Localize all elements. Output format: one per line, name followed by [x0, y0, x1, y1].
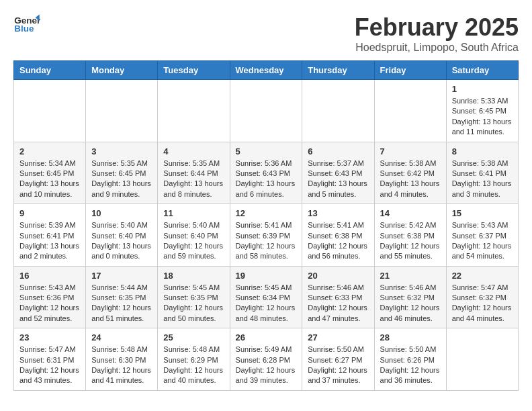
week-row-2: 2Sunrise: 5:34 AM Sunset: 6:45 PM Daylig…	[14, 142, 519, 204]
calendar-cell	[14, 80, 86, 142]
day-info: Sunrise: 5:46 AM Sunset: 6:32 PM Dayligh…	[380, 283, 441, 324]
calendar-cell: 20Sunrise: 5:46 AM Sunset: 6:33 PM Dayli…	[302, 266, 374, 328]
calendar-cell: 5Sunrise: 5:36 AM Sunset: 6:43 PM Daylig…	[230, 142, 302, 204]
day-number: 11	[163, 208, 224, 218]
day-number: 15	[452, 208, 513, 218]
calendar-cell: 23Sunrise: 5:47 AM Sunset: 6:31 PM Dayli…	[14, 328, 86, 391]
logo: General Blue	[13, 13, 40, 34]
day-number: 20	[308, 271, 368, 281]
calendar-cell: 11Sunrise: 5:40 AM Sunset: 6:40 PM Dayli…	[158, 204, 230, 267]
week-row-5: 23Sunrise: 5:47 AM Sunset: 6:31 PM Dayli…	[14, 328, 519, 391]
day-number: 23	[19, 332, 80, 342]
calendar-cell: 28Sunrise: 5:50 AM Sunset: 6:26 PM Dayli…	[374, 328, 446, 391]
day-info: Sunrise: 5:35 AM Sunset: 6:45 PM Dayligh…	[91, 158, 152, 200]
month-title: February 2025	[355, 13, 519, 42]
day-number: 7	[380, 146, 441, 156]
day-number: 26	[236, 332, 297, 342]
calendar-cell: 18Sunrise: 5:45 AM Sunset: 6:35 PM Dayli…	[158, 266, 230, 328]
calendar-cell	[374, 80, 446, 142]
weekday-header-wednesday: Wednesday	[230, 61, 302, 80]
day-number: 27	[308, 332, 368, 342]
day-number: 21	[380, 271, 441, 281]
day-number: 6	[308, 146, 368, 156]
calendar-cell: 21Sunrise: 5:46 AM Sunset: 6:32 PM Dayli…	[374, 266, 446, 328]
day-number: 3	[91, 146, 152, 156]
day-number: 19	[236, 271, 297, 281]
day-info: Sunrise: 5:39 AM Sunset: 6:41 PM Dayligh…	[19, 220, 80, 262]
day-number: 10	[91, 208, 152, 218]
day-number: 18	[163, 271, 224, 281]
calendar-cell	[302, 80, 374, 142]
day-number: 24	[91, 332, 152, 342]
calendar-cell: 3Sunrise: 5:35 AM Sunset: 6:45 PM Daylig…	[86, 142, 158, 204]
day-info: Sunrise: 5:36 AM Sunset: 6:43 PM Dayligh…	[236, 158, 297, 200]
calendar-cell: 16Sunrise: 5:43 AM Sunset: 6:36 PM Dayli…	[14, 266, 86, 328]
day-info: Sunrise: 5:40 AM Sunset: 6:40 PM Dayligh…	[163, 220, 224, 262]
calendar-cell: 15Sunrise: 5:43 AM Sunset: 6:37 PM Dayli…	[446, 204, 518, 267]
svg-text:Blue: Blue	[14, 24, 34, 34]
calendar-cell: 19Sunrise: 5:45 AM Sunset: 6:34 PM Dayli…	[230, 266, 302, 328]
day-number: 22	[452, 271, 513, 281]
day-info: Sunrise: 5:47 AM Sunset: 6:32 PM Dayligh…	[452, 283, 513, 324]
weekday-header-friday: Friday	[374, 61, 446, 80]
calendar-cell: 1Sunrise: 5:33 AM Sunset: 6:45 PM Daylig…	[446, 80, 518, 142]
location-title: Hoedspruit, Limpopo, South Africa	[355, 42, 519, 54]
weekday-header-saturday: Saturday	[446, 61, 518, 80]
calendar-cell: 10Sunrise: 5:40 AM Sunset: 6:40 PM Dayli…	[86, 204, 158, 267]
calendar-cell: 9Sunrise: 5:39 AM Sunset: 6:41 PM Daylig…	[14, 204, 86, 267]
day-number: 14	[380, 208, 441, 218]
week-row-3: 9Sunrise: 5:39 AM Sunset: 6:41 PM Daylig…	[14, 204, 519, 267]
day-info: Sunrise: 5:43 AM Sunset: 6:37 PM Dayligh…	[452, 220, 513, 262]
calendar-cell: 22Sunrise: 5:47 AM Sunset: 6:32 PM Dayli…	[446, 266, 518, 328]
calendar-cell: 17Sunrise: 5:44 AM Sunset: 6:35 PM Dayli…	[86, 266, 158, 328]
day-number: 1	[452, 84, 513, 94]
day-info: Sunrise: 5:47 AM Sunset: 6:31 PM Dayligh…	[19, 345, 80, 386]
day-number: 28	[380, 332, 441, 342]
day-info: Sunrise: 5:33 AM Sunset: 6:45 PM Dayligh…	[452, 96, 513, 138]
day-number: 5	[236, 146, 297, 156]
day-number: 13	[308, 208, 368, 218]
day-info: Sunrise: 5:41 AM Sunset: 6:39 PM Dayligh…	[236, 220, 297, 262]
calendar-table: SundayMondayTuesdayWednesdayThursdayFrid…	[13, 60, 519, 391]
calendar-cell: 25Sunrise: 5:48 AM Sunset: 6:29 PM Dayli…	[158, 328, 230, 391]
weekday-header-sunday: Sunday	[14, 61, 86, 80]
day-info: Sunrise: 5:38 AM Sunset: 6:41 PM Dayligh…	[452, 158, 513, 200]
day-number: 16	[19, 271, 80, 281]
day-info: Sunrise: 5:34 AM Sunset: 6:45 PM Dayligh…	[19, 158, 80, 200]
day-info: Sunrise: 5:46 AM Sunset: 6:33 PM Dayligh…	[308, 283, 368, 324]
day-info: Sunrise: 5:48 AM Sunset: 6:30 PM Dayligh…	[91, 345, 152, 386]
week-row-1: 1Sunrise: 5:33 AM Sunset: 6:45 PM Daylig…	[14, 80, 519, 142]
calendar-cell: 14Sunrise: 5:42 AM Sunset: 6:38 PM Dayli…	[374, 204, 446, 267]
day-info: Sunrise: 5:45 AM Sunset: 6:35 PM Dayligh…	[163, 283, 224, 324]
calendar-cell: 24Sunrise: 5:48 AM Sunset: 6:30 PM Dayli…	[86, 328, 158, 391]
day-info: Sunrise: 5:40 AM Sunset: 6:40 PM Dayligh…	[91, 220, 152, 262]
day-info: Sunrise: 5:44 AM Sunset: 6:35 PM Dayligh…	[91, 283, 152, 324]
day-number: 4	[163, 146, 224, 156]
calendar-cell: 12Sunrise: 5:41 AM Sunset: 6:39 PM Dayli…	[230, 204, 302, 267]
calendar-cell: 26Sunrise: 5:49 AM Sunset: 6:28 PM Dayli…	[230, 328, 302, 391]
calendar-cell	[86, 80, 158, 142]
day-number: 17	[91, 271, 152, 281]
day-number: 9	[19, 208, 80, 218]
logo-icon: General Blue	[13, 13, 40, 34]
weekday-header-row: SundayMondayTuesdayWednesdayThursdayFrid…	[14, 61, 519, 80]
calendar-cell	[158, 80, 230, 142]
calendar-cell: 8Sunrise: 5:38 AM Sunset: 6:41 PM Daylig…	[446, 142, 518, 204]
day-info: Sunrise: 5:50 AM Sunset: 6:26 PM Dayligh…	[380, 345, 441, 386]
day-info: Sunrise: 5:48 AM Sunset: 6:29 PM Dayligh…	[163, 345, 224, 386]
day-info: Sunrise: 5:42 AM Sunset: 6:38 PM Dayligh…	[380, 220, 441, 262]
day-info: Sunrise: 5:50 AM Sunset: 6:27 PM Dayligh…	[308, 345, 368, 386]
day-info: Sunrise: 5:41 AM Sunset: 6:38 PM Dayligh…	[308, 220, 368, 262]
day-number: 25	[163, 332, 224, 342]
calendar-cell: 27Sunrise: 5:50 AM Sunset: 6:27 PM Dayli…	[302, 328, 374, 391]
calendar-cell: 7Sunrise: 5:38 AM Sunset: 6:42 PM Daylig…	[374, 142, 446, 204]
calendar-cell	[446, 328, 518, 391]
page-header: General Blue February 2025 Hoedspruit, L…	[13, 13, 519, 54]
calendar-cell: 4Sunrise: 5:35 AM Sunset: 6:44 PM Daylig…	[158, 142, 230, 204]
day-info: Sunrise: 5:45 AM Sunset: 6:34 PM Dayligh…	[236, 283, 297, 324]
day-number: 2	[19, 146, 80, 156]
day-number: 12	[236, 208, 297, 218]
day-info: Sunrise: 5:37 AM Sunset: 6:43 PM Dayligh…	[308, 158, 368, 200]
day-number: 8	[452, 146, 513, 156]
weekday-header-tuesday: Tuesday	[158, 61, 230, 80]
